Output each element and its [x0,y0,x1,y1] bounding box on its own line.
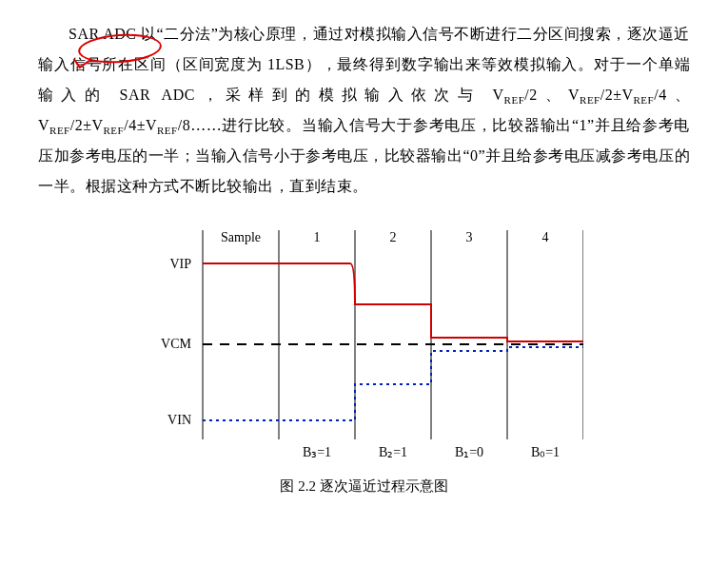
y-label-vin: VIN [167,413,191,427]
col-label-1: 1 [313,230,320,244]
text-run: /4±V [124,117,157,133]
bit-label-b3: B₃=1 [302,445,330,459]
text-run: SAR ADC 以“二分法”为核心原理，通过对模拟输入信号不断进行二分区间搜索，… [38,26,690,103]
col-label-sample: Sample [221,230,261,244]
subscript: REF [634,94,655,106]
sar-diagram-svg: Sample 1 2 3 4 VIP VCM VIN B₃=1 B₂=1 B₁=… [146,221,583,468]
col-label-4: 4 [541,230,548,244]
subscript: REF [157,125,178,136]
subscript: REF [580,94,600,106]
vin-trace [203,347,583,420]
text-run: /2±V [70,117,104,133]
body-paragraph: SAR ADC 以“二分法”为核心原理，通过对模拟输入信号不断进行二分区间搜索，… [38,19,690,202]
figure-caption: 图 2.2 逐次逼近过程示意图 [117,472,612,500]
text-run: /2、V [524,87,580,103]
bit-label-b0: B₀=1 [530,445,559,459]
text-run: /2±V [600,87,634,103]
y-label-vip: VIP [169,257,191,271]
y-label-vcm: VCM [161,337,191,351]
subscript: REF [49,125,70,136]
figure-sar-approx: Sample 1 2 3 4 VIP VCM VIN B₃=1 B₂=1 B₁=… [117,221,612,500]
subscript: REF [104,125,125,136]
bit-label-b1: B₁=0 [454,445,482,459]
vip-trace [203,263,583,341]
col-label-3: 3 [465,230,472,244]
col-label-2: 2 [389,230,396,244]
subscript: REF [504,94,525,106]
bit-label-b2: B₂=1 [378,445,406,459]
